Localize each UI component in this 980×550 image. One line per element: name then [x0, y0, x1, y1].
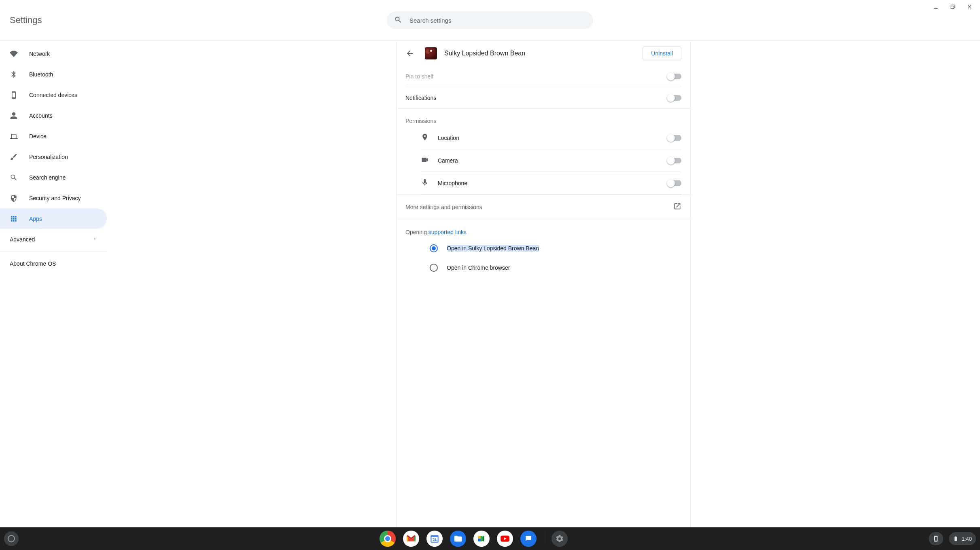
sidebar-item-apps[interactable]: Apps: [0, 208, 107, 229]
search-input[interactable]: [409, 17, 586, 24]
search-icon: [394, 16, 402, 25]
shelf-clock: 1:40: [962, 536, 972, 542]
shelf-app-gmail[interactable]: [403, 531, 419, 547]
more-settings-row[interactable]: More settings and permissions: [397, 195, 690, 219]
radio-button[interactable]: [430, 264, 438, 272]
shelf-app-meet[interactable]: [473, 531, 490, 547]
permission-label: Camera: [438, 157, 458, 164]
shelf: 31 1:40: [0, 527, 980, 550]
microphone-icon: [421, 178, 429, 188]
page-title: Settings: [10, 15, 42, 25]
launcher-button[interactable]: [4, 531, 19, 546]
svg-text:31: 31: [433, 537, 437, 542]
supported-links-link[interactable]: supported links: [428, 229, 467, 235]
sidebar-item-connected-devices[interactable]: Connected devices: [0, 85, 107, 105]
bluetooth-icon: [10, 70, 18, 78]
location-toggle[interactable]: [668, 135, 681, 141]
svg-rect-5: [478, 539, 481, 542]
radio-open-in-chrome[interactable]: Open in Chrome browser: [397, 258, 690, 277]
svg-rect-4: [478, 536, 481, 539]
sidebar-about[interactable]: About Chrome OS: [0, 253, 107, 274]
sidebar-item-label: Network: [29, 51, 50, 57]
pin-to-shelf-label: Pin to shelf: [405, 73, 433, 80]
sidebar-item-personalization[interactable]: Personalization: [0, 146, 107, 167]
shelf-app-files[interactable]: [450, 531, 466, 547]
apps-icon: [10, 215, 18, 223]
permission-camera-row: Camera: [421, 149, 681, 172]
search-box[interactable]: [387, 11, 593, 29]
app-detail-header: Sulky Lopsided Brown Bean Uninstall: [397, 41, 690, 66]
back-button[interactable]: [405, 47, 418, 59]
more-settings-label: More settings and permissions: [405, 204, 482, 210]
header: Settings: [0, 0, 980, 41]
shelf-app-messages[interactable]: [520, 531, 537, 547]
brush-icon: [10, 153, 18, 161]
notifications-row: Notifications: [405, 87, 681, 108]
divider: [0, 251, 107, 252]
shelf-app-settings[interactable]: [552, 531, 568, 547]
sidebar-item-label: Connected devices: [29, 92, 77, 98]
radio-open-in-app[interactable]: Open in Sulky Lopsided Brown Bean: [397, 239, 690, 258]
maximize-button[interactable]: [949, 3, 957, 11]
app-name: Sulky Lopsided Brown Bean: [444, 50, 635, 57]
search-icon: [10, 173, 18, 182]
close-button[interactable]: [966, 3, 974, 11]
sidebar-item-label: Apps: [29, 216, 42, 222]
shelf-app-chrome[interactable]: [380, 531, 396, 547]
shield-icon: [10, 194, 18, 202]
sidebar-item-label: Security and Privacy: [29, 195, 81, 201]
shelf-app-calendar[interactable]: 31: [426, 531, 443, 547]
sidebar-item-network[interactable]: Network: [0, 43, 107, 64]
sidebar-advanced[interactable]: Advanced: [0, 229, 107, 250]
location-icon: [421, 133, 429, 142]
sidebar-item-label: Search engine: [29, 174, 66, 181]
sidebar-item-label: Device: [29, 133, 47, 140]
camera-toggle[interactable]: [668, 158, 681, 163]
wifi-icon: [10, 50, 18, 58]
permission-label: Microphone: [438, 180, 467, 186]
shelf-status-tray[interactable]: 1:40: [949, 532, 976, 545]
camera-icon: [421, 156, 429, 165]
sidebar: Network Bluetooth Connected devices Acco…: [0, 41, 107, 527]
notifications-toggle[interactable]: [668, 95, 681, 101]
minimize-button[interactable]: [932, 3, 940, 11]
app-icon: [425, 47, 437, 59]
person-icon: [10, 112, 18, 120]
chevron-down-icon: [92, 236, 97, 243]
opening-links-header: Opening supported links: [397, 219, 690, 239]
microphone-toggle[interactable]: [668, 180, 681, 186]
notifications-label: Notifications: [405, 95, 436, 101]
battery-icon: [953, 536, 959, 542]
sidebar-item-search-engine[interactable]: Search engine: [0, 167, 107, 188]
sidebar-item-label: Bluetooth: [29, 71, 53, 78]
sidebar-item-security[interactable]: Security and Privacy: [0, 188, 107, 208]
radio-label: Open in Sulky Lopsided Brown Bean: [447, 245, 539, 252]
permission-microphone-row: Microphone: [421, 172, 681, 195]
sidebar-item-accounts[interactable]: Accounts: [0, 105, 107, 126]
sidebar-item-device[interactable]: Device: [0, 126, 107, 146]
sidebar-item-bluetooth[interactable]: Bluetooth: [0, 64, 107, 85]
uninstall-button[interactable]: Uninstall: [643, 47, 681, 60]
radio-button[interactable]: [430, 244, 438, 252]
pin-to-shelf-toggle[interactable]: [668, 74, 681, 79]
sidebar-item-label: Personalization: [29, 154, 68, 160]
laptop-icon: [10, 132, 18, 140]
permission-label: Location: [438, 135, 459, 141]
shelf-phone-hub[interactable]: [929, 532, 943, 545]
sidebar-item-label: Accounts: [29, 112, 53, 119]
phone-icon: [10, 91, 18, 99]
open-external-icon: [673, 202, 681, 212]
permissions-header: Permissions: [397, 109, 690, 127]
permission-location-row: Location: [421, 127, 681, 149]
shelf-app-youtube[interactable]: [497, 531, 513, 547]
radio-label: Open in Chrome browser: [447, 264, 510, 271]
pin-to-shelf-row: Pin to shelf: [405, 66, 681, 87]
